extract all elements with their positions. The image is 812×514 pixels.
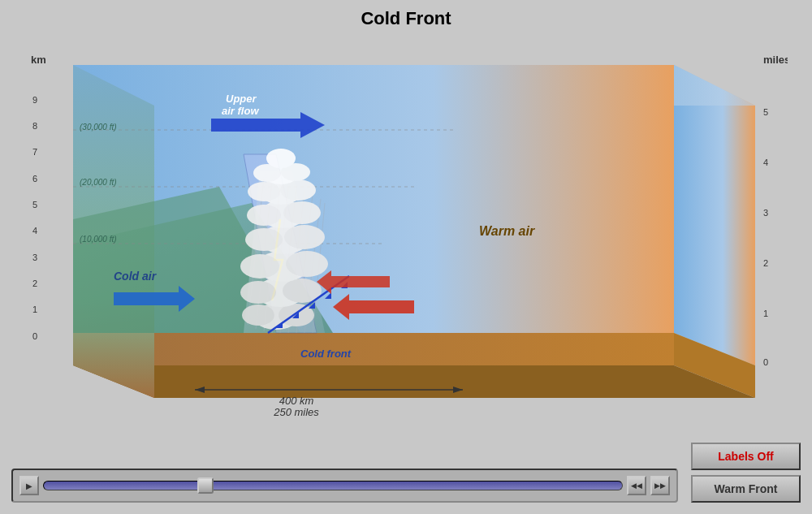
svg-point-34 <box>245 228 283 251</box>
slider-thumb[interactable] <box>197 477 214 494</box>
svg-text:Cold air: Cold air <box>114 270 158 283</box>
svg-point-28 <box>240 281 276 304</box>
svg-point-40 <box>248 182 280 201</box>
svg-text:4: 4 <box>763 158 768 167</box>
svg-text:400 km: 400 km <box>279 395 314 407</box>
svg-text:(20,000 ft): (20,000 ft) <box>80 178 117 187</box>
svg-text:6: 6 <box>32 174 37 184</box>
forward-button[interactable]: ▶▶ <box>650 476 670 495</box>
svg-text:air flow: air flow <box>222 105 259 117</box>
warm-front-button[interactable]: Warm Front <box>691 475 801 503</box>
svg-text:3: 3 <box>32 253 37 262</box>
svg-text:1: 1 <box>763 309 768 318</box>
svg-text:8: 8 <box>32 121 37 131</box>
svg-text:7: 7 <box>32 147 37 157</box>
svg-text:Warm air: Warm air <box>479 224 535 238</box>
svg-point-31 <box>240 254 279 279</box>
svg-text:2: 2 <box>763 258 768 268</box>
svg-marker-3 <box>73 333 674 365</box>
diagram-area: km 0 1 2 3 4 5 6 7 8 9 (10,000 ft) (20,0… <box>8 41 788 430</box>
svg-text:km: km <box>31 54 46 66</box>
svg-marker-0 <box>674 65 755 365</box>
svg-text:2: 2 <box>32 279 37 288</box>
svg-text:5: 5 <box>32 200 37 209</box>
svg-point-30 <box>286 251 328 277</box>
svg-text:Cold  front: Cold front <box>300 348 352 360</box>
svg-text:1: 1 <box>32 305 37 314</box>
svg-marker-5 <box>73 365 755 398</box>
svg-point-33 <box>284 225 325 249</box>
right-buttons: Labels Off Warm Front <box>691 443 801 503</box>
svg-text:5: 5 <box>763 107 768 117</box>
page-title: Cold Front <box>0 0 812 34</box>
svg-point-25 <box>242 305 274 326</box>
svg-point-44 <box>266 149 296 168</box>
playback-controls: ▶ ◀◀ ▶▶ <box>11 469 678 503</box>
svg-point-37 <box>247 205 281 226</box>
svg-point-36 <box>283 201 321 224</box>
svg-text:(30,000 ft): (30,000 ft) <box>80 123 117 132</box>
play-button[interactable]: ▶ <box>19 476 39 495</box>
svg-text:0: 0 <box>763 357 768 367</box>
main-container: Cold Front <box>0 0 812 514</box>
svg-text:4: 4 <box>32 226 37 235</box>
slider-track[interactable] <box>43 481 623 490</box>
rewind-button[interactable]: ◀◀ <box>627 476 646 495</box>
svg-text:miles: miles <box>763 54 788 66</box>
svg-text:250 miles: 250 miles <box>273 406 319 418</box>
svg-text:0: 0 <box>32 331 37 341</box>
svg-text:9: 9 <box>32 95 37 105</box>
svg-text:Upper: Upper <box>226 93 257 105</box>
svg-text:(10,000 ft): (10,000 ft) <box>80 235 117 244</box>
labels-off-button[interactable]: Labels Off <box>691 443 801 470</box>
svg-text:3: 3 <box>763 208 768 218</box>
